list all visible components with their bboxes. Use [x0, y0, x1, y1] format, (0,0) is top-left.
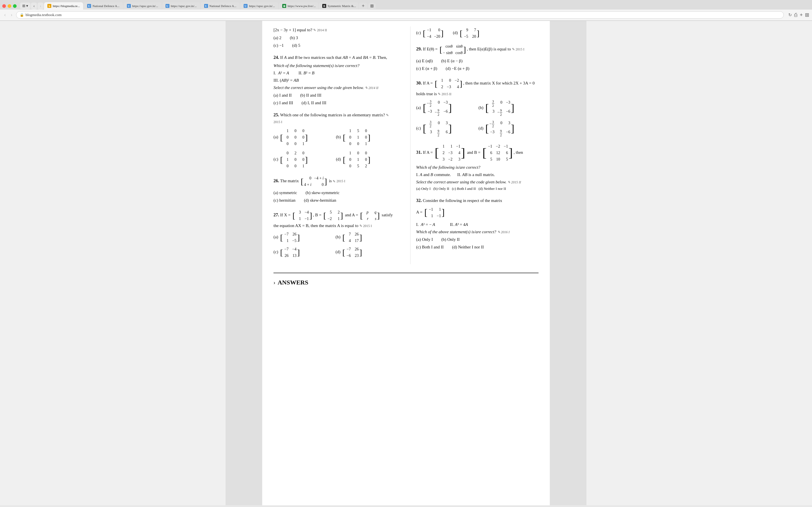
q27-matrix-b: [ 52 −21 ] — [323, 209, 343, 222]
q30-year: 2015 II — [438, 92, 451, 96]
q32-subtext: Which of the above statement(s) is/are c… — [416, 228, 539, 235]
tab-5-favicon: U — [204, 4, 208, 8]
q25-opt-a: (a) [ 100 000 001 ] — [273, 127, 334, 147]
forward-button[interactable]: › — [9, 12, 13, 18]
nav-bar: ‹ › 🔒 blogmedia.testbook.com ↻ ⎙ + ⊞ — [0, 10, 812, 20]
maximize-button[interactable] — [13, 4, 17, 8]
tab-2[interactable]: U National Defence A... — [84, 2, 123, 10]
tab-sidebar-toggle[interactable]: ⊞ ▾ — [20, 3, 31, 9]
address-bar[interactable]: 🔒 blogmedia.testbook.com — [16, 11, 784, 18]
q30-matrix-a: [ 10−2 2−34 ] — [435, 77, 462, 90]
q25-opt-d: (d) [ 100 010 052 ] — [336, 150, 396, 170]
close-button[interactable] — [2, 4, 6, 8]
top-options-2: (c) −1 (d) 5 — [273, 42, 396, 49]
tab-8[interactable]: B Symmetric Matrix &... — [319, 2, 358, 10]
share-button[interactable]: ⎙ — [794, 12, 797, 18]
content-area: [2x − 3y + 1] equal to? 2014 II (a) 2 (b… — [262, 21, 550, 505]
q26-opt-d: (d) skew-hermitian — [304, 197, 336, 204]
question-25: 25. Which one of the following matrices … — [273, 111, 396, 170]
q25-matrix-c: [ 020 100 001 ] — [280, 150, 308, 169]
tab-1-label: https://blogmedia.te... — [53, 4, 80, 8]
q32-opts2: (c) Both I and II (d) Neither I nor II — [416, 244, 539, 250]
q27-matrix-x: [ 3−4 1−1 ] — [292, 209, 312, 222]
q25-year: 2015 I — [273, 113, 389, 124]
nav-actions: ⎙ + ⊞ — [794, 12, 809, 18]
back-button[interactable]: ‹ — [3, 12, 7, 18]
q25-matrix-d: [ 100 010 052 ] — [343, 150, 370, 169]
tab-back[interactable]: ‹ — [31, 3, 37, 10]
q25-num: 25. — [273, 112, 279, 117]
q32-stmt1: I. A² = − A II. A³ = 4A — [416, 221, 539, 228]
q27-opt-d: (d) [ −726 −623 ] — [336, 245, 396, 259]
tab-grid-button[interactable]: ⊞ — [368, 3, 376, 9]
url-text: blogmedia.testbook.com — [26, 13, 62, 17]
year-top: 2014 II — [313, 28, 327, 32]
q30-matrix-opt-b: [ 32 0 −3 3 −92 −6 ] — [485, 100, 514, 117]
tab-2-label: National Defence A... — [93, 4, 119, 8]
q32-opts1: (a) Only I (b) Only II — [416, 236, 539, 243]
new-tab-button[interactable]: + — [359, 3, 367, 10]
answers-section: › ANSWERS — [273, 273, 539, 291]
q27-options: (a) [ −726 1−5 ] (b) — [273, 231, 396, 259]
question-31: 31. If A = [ 11−1 2−34 3−23 ] and B = — [416, 143, 539, 192]
q30-text: 30. If A = [ 10−2 2−34 ] , then the matr… — [416, 77, 539, 97]
tab-3[interactable]: U https://upsc.gov.in/... — [123, 2, 161, 10]
left-column: [2x − 3y + 1] equal to? 2014 II (a) 2 (b… — [273, 26, 402, 264]
q32-matrix-a: [ −11 1−1 ] — [424, 207, 445, 219]
q25-options: (a) [ 100 000 001 ] — [273, 127, 396, 170]
q29-opts1: (a) E (αβ) (b) E (α − β) — [416, 57, 539, 64]
q31-text: 31. If A = [ 11−1 2−34 3−23 ] and B = — [416, 143, 539, 163]
q32-num: 32. — [416, 198, 422, 203]
two-column-layout: [2x − 3y + 1] equal to? 2014 II (a) 2 (b… — [273, 26, 539, 264]
opt-c: (c) −1 — [273, 42, 284, 49]
tab-3-favicon: U — [127, 4, 131, 8]
tab-5-label: National Defence A... — [209, 4, 237, 8]
q26-num: 26. — [273, 179, 279, 183]
q30-opt-a: (a) [ −32 0 −3 −3 −92 −6 — [416, 99, 476, 117]
tab-4[interactable]: U https://upsc.gov.in/... — [162, 2, 200, 10]
tab-3-label: https://upsc.gov.in/... — [132, 4, 158, 8]
q25-matrix-a: [ 100 000 001 ] — [280, 128, 308, 147]
q24-opts1: (a) I and II (b) II and III — [273, 92, 396, 99]
tab-6[interactable]: U https://upsc.gov.in/... — [240, 2, 278, 10]
right-top-matrix-d: [ 97 −520 ] — [460, 27, 479, 40]
q27-matrix-opt-d: [ −726 −623 ] — [342, 246, 362, 259]
q31-stmt1: I. A and B commute. II. AB is a null mat… — [416, 171, 539, 178]
question-30: 30. If A = [ 10−2 2−34 ] , then the matr… — [416, 77, 539, 138]
refresh-button[interactable]: ↻ — [788, 12, 792, 17]
right-top-matrices: (c) [ −10 −4−20 ] (d) — [416, 26, 539, 40]
q27-matrix-a: [ pq rs ] — [360, 209, 380, 222]
window-controls — [2, 4, 17, 8]
q27-num: 27. — [273, 213, 279, 217]
tab-1[interactable]: b https://blogmedia.te... — [44, 2, 83, 10]
right-top-d: (d) [ 97 −520 ] — [453, 26, 480, 40]
q31-select: Select the correct answer using the code… — [416, 179, 539, 185]
minimize-button[interactable] — [8, 4, 11, 8]
q27-matrix-opt-a: [ −726 1−5 ] — [280, 231, 300, 244]
q25-matrix-b: [ 150 010 001 ] — [343, 128, 370, 147]
q27-opt-a: (a) [ −726 1−5 ] — [273, 231, 334, 244]
right-top-partial: (c) [ −10 −4−20 ] (d) — [416, 26, 539, 40]
tab-8-label: Symmetric Matrix &... — [327, 4, 356, 8]
tab-6-favicon: U — [244, 4, 248, 8]
q26-text: 26. The matrix [ 0−4 + i 4 + i0 ] is 201… — [273, 175, 396, 188]
add-tab-button[interactable]: + — [800, 12, 803, 18]
grid-view-button[interactable]: ⊞ — [805, 12, 809, 18]
question-27: 27. If X = [ 3−4 1−1 ] , B = [ — [273, 209, 396, 259]
q29-matrix: [ cosθsinθ − sinθcosθ ] — [440, 43, 466, 56]
q25-opt-c: (c) [ 020 100 001 ] — [273, 150, 334, 170]
q24-opt-a: (a) I and II — [273, 92, 292, 99]
tab-forward[interactable]: › — [38, 3, 43, 10]
q24-opt-b: (b) II and III — [300, 92, 321, 99]
tab-2-favicon: U — [87, 4, 91, 8]
q32-opt-c: (c) Both I and II — [416, 244, 444, 250]
tab-5[interactable]: U National Defence A... — [201, 2, 240, 10]
q31-subtext: Which of the following is/are correct? — [416, 164, 539, 171]
q30-options: (a) [ −32 0 −3 −3 −92 −6 — [416, 99, 539, 138]
tab-7[interactable]: ⊕ https://www.pw.live/... — [279, 2, 318, 10]
sidebar-right — [550, 21, 587, 505]
q30-opt-c: (c) [ 32 0 3 3 92 6 — [416, 119, 476, 138]
q31-year: 2015 II — [507, 180, 521, 184]
right-top-matrix-c: [ −10 −4−20 ] — [423, 27, 444, 40]
tab-4-label: https://upsc.gov.in/... — [171, 4, 197, 8]
